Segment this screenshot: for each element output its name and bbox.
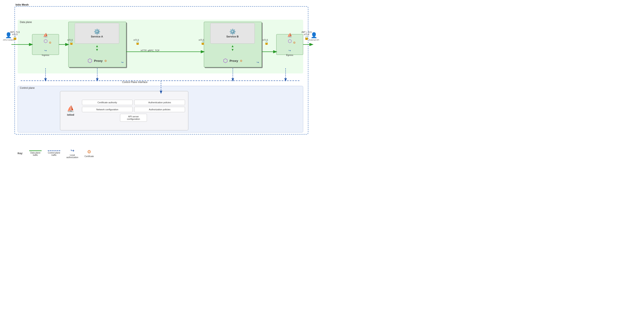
- legend-data-plane-label: Data plane traffic: [30, 152, 40, 156]
- legend-local-auth: ↪ Local authorization: [66, 148, 78, 158]
- istiod-label: istiod: [67, 113, 74, 116]
- legend-green-line: [29, 150, 42, 151]
- ingress-label: Ingress: [42, 54, 49, 56]
- proxy-a-box: ⚙️ Service A ▲ ▼ ⬡ Proxy ⚙ ↪: [68, 22, 126, 67]
- service-b-label: Service B: [226, 35, 238, 38]
- istiod-ship-icon: ⛵: [67, 105, 74, 112]
- diagram-container: Istio Mesh Data plane Control plane 👤 AP…: [0, 0, 322, 161]
- network-config-box: Network configuration: [82, 107, 133, 112]
- auth-policies-box: Authentication policies: [134, 100, 185, 105]
- service-a-proxy-arrows: ▲ ▼: [96, 44, 99, 52]
- chip-icon-service-b: ⚙️: [229, 28, 236, 35]
- proxy-b-box: ⚙️ Service B ▲ ▼ ⬡ Proxy ⚙ ↪: [204, 22, 262, 67]
- proxy-b-bottom: ⬡ Proxy ⚙: [204, 58, 262, 64]
- hex-icon-proxy-b: ⬡: [223, 58, 228, 64]
- cog-icon-legend: ⚙: [87, 149, 91, 154]
- cert-authority-box: Certificate authority: [82, 100, 133, 105]
- hex-icon-proxy-a: ⬡: [88, 58, 92, 64]
- istio-mesh-label: Istio Mesh: [16, 3, 29, 6]
- proxy-a-bottom: ⬡ Proxy ⚙: [68, 58, 126, 64]
- service-a-box: ⚙️ Service A: [75, 23, 119, 44]
- legend-dashed-line: [48, 150, 60, 151]
- hex-icon-ingress: ⬡: [44, 38, 48, 44]
- data-plane-label: Data plane: [20, 21, 32, 24]
- legend-data-plane: Data plane traffic: [29, 150, 42, 156]
- istiod-logo-area: ⛵ istiod: [63, 105, 78, 116]
- api-server-box: API server configuration: [120, 114, 147, 122]
- lock-icon-1: 🔒: [69, 41, 74, 45]
- istiod-components: Certificate authority Authentication pol…: [82, 100, 185, 122]
- control-plane-label: Control plane: [20, 86, 34, 90]
- proxy-b-label: Proxy: [230, 59, 238, 62]
- service-a-label: Service A: [91, 35, 103, 38]
- egress-label: Egress: [286, 54, 293, 56]
- lock-icon-2: 🔒: [136, 41, 140, 45]
- legend-area: Key: Data plane traffic Control plane tr…: [18, 148, 94, 158]
- jwt-label-left: JWT+ TLS mTLS 🔒: [10, 31, 20, 40]
- cog-icon-proxy-a: ⚙: [104, 59, 107, 62]
- arrow-icon-proxy-b: ↪: [256, 61, 259, 64]
- cog-icon-egress: ⚙: [293, 41, 296, 44]
- cog-icon-ingress: ⚙: [49, 41, 52, 44]
- arrow-icon-egress: ↪: [288, 49, 291, 52]
- legend-certificate: ⚙ Certificate: [84, 149, 94, 158]
- service-b-box: ⚙️ Service B: [210, 23, 255, 44]
- egress-box: ⛵ ⬡ ⚙ ↪ Egress: [276, 34, 303, 55]
- authz-policies-box: Authorization policies: [134, 107, 185, 112]
- legend-local-auth-label: Local authorization: [66, 154, 78, 158]
- login-icon-legend: ↪: [70, 148, 74, 153]
- legend-control-plane-label: Control plane traffic: [48, 152, 60, 156]
- legend-key: Key:: [18, 152, 23, 155]
- protocol-label: HTTP, gRPC, TCP: [141, 49, 160, 52]
- legend-certificate-label: Certificate: [84, 155, 94, 158]
- proxy-a-label: Proxy: [94, 59, 103, 62]
- lock-icon-4: 🔒: [264, 41, 268, 45]
- istiod-box: ⛵ istiod Certificate authority Authentic…: [60, 91, 188, 130]
- arrow-icon-proxy-a: ↪: [121, 61, 124, 64]
- ship-icon-egress: ⛵: [287, 33, 292, 38]
- arrow-icon-ingress: ↪: [44, 49, 47, 52]
- cp-interface-label: Control Plane Interface: [122, 81, 148, 84]
- cog-icon-proxy-b: ⚙: [240, 59, 242, 62]
- service-b-proxy-arrows: ▲ ▼: [231, 44, 234, 52]
- chip-icon-service-a: ⚙️: [94, 28, 100, 35]
- hex-icon-egress: ⬡: [288, 38, 292, 44]
- lock-icon-3: 🔒: [201, 41, 205, 45]
- ingress-box: ⛵ ⬡ ⚙ ↪ Ingress: [32, 34, 59, 55]
- legend-control-plane: Control plane traffic: [48, 150, 60, 156]
- ship-icon-ingress: ⛵: [43, 33, 48, 38]
